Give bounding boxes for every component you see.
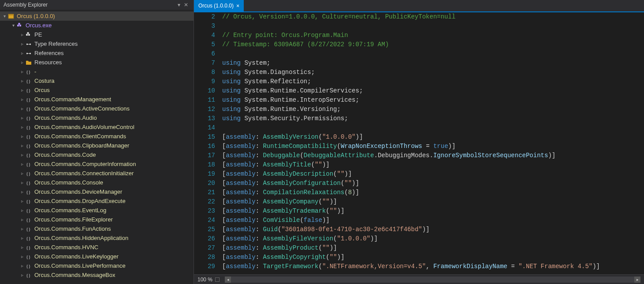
tree-item[interactable]: ▹{}Orcus.Commands.MessageBox [0,270,194,280]
tree-item-label: Orcus.Commands.FileExplorer [34,216,113,223]
chevron-icon[interactable]: ▹ [19,162,25,166]
chevron-icon[interactable]: ▹ [19,115,25,120]
chevron-icon[interactable]: ▹ [19,125,25,129]
chevron-icon[interactable]: ▹ [19,263,25,268]
tree-item[interactable]: ▹PE [0,30,194,39]
chevron-icon[interactable]: ▹ [19,97,25,102]
tree-item[interactable]: ▹{}Orcus.Commands.FunActions [0,224,194,233]
tree-item[interactable]: ▹{}Orcus.Commands.Audio [0,113,194,122]
zoom-dropdown-icon[interactable] [215,277,220,282]
tree-item-label: Orcus.Commands.MessageBox [34,272,115,278]
tree-module[interactable]: ▾Orcus.exe [0,21,194,30]
code-content[interactable]: // Orcus, Version=1.0.0.0, Culture=neutr… [222,12,644,274]
tree-item[interactable]: ▹{}Orcus.Commands.HVNC [0,243,194,252]
chevron-icon[interactable]: ▹ [19,245,25,250]
tree-item[interactable]: ▹{}Orcus.Commands.LiveKeylogger [0,252,194,261]
tree-item[interactable]: ▹Resources [0,58,194,67]
tree-item[interactable]: ▹{}Orcus.CommandManagement [0,95,194,104]
chevron-icon[interactable]: ▾ [2,14,7,18]
status-bar: 100 % ◂ ▸ [194,274,644,284]
svg-text:{}: {} [26,78,31,84]
tree-item[interactable]: ▹{}Orcus.Commands.FileExplorer [0,215,194,224]
tree-item-label: Orcus.Commands.EventLog [34,207,106,214]
chevron-icon[interactable]: ▹ [19,32,25,37]
tree-item[interactable]: ▹{}Costura [0,76,194,85]
tree-item-label: Orcus.Commands.ActiveConnections [34,105,130,112]
tab-close-icon[interactable]: × [236,3,239,9]
horizontal-scrollbar[interactable]: ◂ ▸ [225,277,640,283]
chevron-icon[interactable]: ▹ [19,180,25,185]
chevron-icon[interactable]: ▹ [19,226,25,231]
tree-item[interactable]: ▹{}Orcus.Commands.HiddenApplication [0,233,194,243]
tree-item-label: - [34,68,36,75]
tree-item[interactable]: ▹{}Orcus.Commands.ActiveConnections [0,104,194,113]
svg-text:{}: {} [26,254,31,259]
tree-root[interactable]: ▾Orcus (1.0.0.0) [0,11,194,21]
node-icon: {} [25,105,33,112]
tree-item[interactable]: ▹References [0,48,194,58]
code-editor[interactable]: 2345678910111213141516171819202122232425… [194,12,644,274]
node-icon [7,13,15,20]
chevron-icon[interactable]: ▹ [19,189,25,194]
tree-item-label: References [34,50,63,56]
tree-item[interactable]: ▹{}Orcus.Commands.ClipboardManager [0,141,194,150]
tree-item-label: Orcus.Commands.Console [34,179,103,186]
tree-item-label: Orcus.Commands.FunActions [34,225,111,232]
chevron-icon[interactable]: ▹ [19,254,25,259]
svg-text:{}: {} [26,134,31,139]
chevron-icon[interactable]: ▹ [19,106,25,111]
tree-item[interactable]: ▹{}Orcus.Commands.ComputerInformation [0,159,194,169]
chevron-icon[interactable]: ▹ [19,69,25,74]
tree-item-label: Orcus (1.0.0.0) [17,13,55,19]
svg-rect-5 [26,34,28,36]
svg-rect-6 [28,34,30,36]
node-icon: {} [25,161,33,168]
tree-item[interactable]: ▹{}Orcus.Commands.Code [0,150,194,159]
tree-item[interactable]: ▹{}Orcus.Commands.ConnectionInitializer [0,169,194,178]
chevron-icon[interactable]: ▹ [19,208,25,213]
tree-item[interactable]: ▹{}- [0,67,194,76]
tree-item[interactable]: ▹{}Orcus.Commands.AudioVolumeControl [0,122,194,132]
chevron-icon[interactable]: ▹ [19,134,25,139]
chevron-icon[interactable]: ▹ [19,143,25,148]
tree-item-label: Orcus.Commands.LiveKeylogger [34,253,119,260]
chevron-icon[interactable]: ▹ [19,171,25,176]
node-icon: {} [25,262,33,269]
chevron-icon[interactable]: ▹ [19,199,25,203]
panel-close-icon[interactable]: ✕ [182,2,190,8]
svg-text:{}: {} [26,199,31,204]
scroll-right-icon[interactable]: ▸ [634,277,640,283]
chevron-icon[interactable]: ▹ [19,273,25,277]
chevron-icon[interactable]: ▹ [19,88,25,92]
assembly-tree[interactable]: ▾Orcus (1.0.0.0)▾Orcus.exe▹PE▹Type Refer… [0,10,194,284]
zoom-level: 100 % [197,277,212,283]
scroll-left-icon[interactable]: ◂ [225,277,231,283]
node-icon: {} [25,198,33,205]
tab-orcus[interactable]: Orcus (1.0.0.0) × [194,0,244,11]
chevron-icon[interactable]: ▹ [19,51,25,55]
chevron-icon[interactable]: ▹ [19,236,25,240]
chevron-icon[interactable]: ▹ [19,78,25,83]
tree-item[interactable]: ▹{}Orcus [0,85,194,95]
chevron-icon[interactable]: ▹ [19,41,25,46]
chevron-icon[interactable]: ▾ [11,23,16,28]
tree-item[interactable]: ▹{}Orcus.Commands.Console [0,178,194,187]
chevron-icon[interactable]: ▹ [19,60,25,65]
tree-item[interactable]: ▹{}Orcus.Commands.DeviceManager [0,187,194,196]
tree-item[interactable]: ▹{}Orcus.Commands.DropAndExecute [0,196,194,206]
node-icon: {} [25,225,33,232]
tree-item[interactable]: ▹{}Orcus.Commands.ClientCommands [0,132,194,141]
svg-text:{}: {} [26,226,31,232]
tree-item[interactable]: ▹{}Orcus.Commands.LivePerformance [0,261,194,270]
editor-panel: Orcus (1.0.0.0) × 2345678910111213141516… [194,0,644,284]
panel-dropdown-icon[interactable]: ▾ [176,2,182,8]
chevron-icon[interactable]: ▹ [19,217,25,222]
node-icon [25,41,33,48]
svg-text:{}: {} [26,88,31,93]
svg-rect-1 [8,14,14,15]
tree-item[interactable]: ▹Type References [0,39,194,48]
tree-item[interactable]: ▹{}Orcus.Commands.EventLog [0,206,194,215]
svg-rect-4 [19,23,20,25]
chevron-icon[interactable]: ▹ [19,152,25,157]
tree-item-label: Orcus.CommandManagement [34,96,111,103]
